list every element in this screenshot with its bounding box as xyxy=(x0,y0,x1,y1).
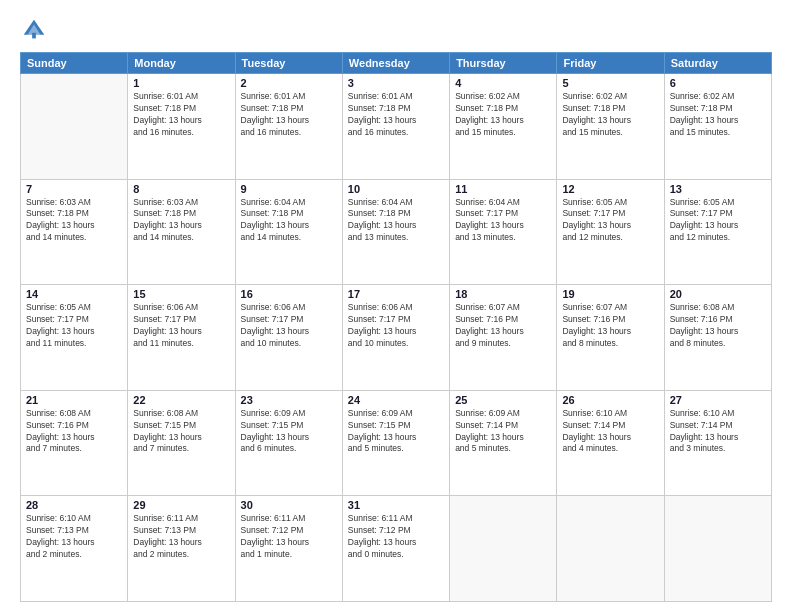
calendar-cell: 31Sunrise: 6:11 AMSunset: 7:12 PMDayligh… xyxy=(342,496,449,602)
calendar-week-row: 21Sunrise: 6:08 AMSunset: 7:16 PMDayligh… xyxy=(21,390,772,496)
day-number: 8 xyxy=(133,183,229,195)
day-info: Sunrise: 6:08 AMSunset: 7:16 PMDaylight:… xyxy=(26,408,122,456)
calendar-cell: 20Sunrise: 6:08 AMSunset: 7:16 PMDayligh… xyxy=(664,285,771,391)
calendar-cell: 26Sunrise: 6:10 AMSunset: 7:14 PMDayligh… xyxy=(557,390,664,496)
calendar-cell: 13Sunrise: 6:05 AMSunset: 7:17 PMDayligh… xyxy=(664,179,771,285)
day-info: Sunrise: 6:11 AMSunset: 7:12 PMDaylight:… xyxy=(241,513,337,561)
day-number: 23 xyxy=(241,394,337,406)
day-number: 15 xyxy=(133,288,229,300)
calendar-cell: 7Sunrise: 6:03 AMSunset: 7:18 PMDaylight… xyxy=(21,179,128,285)
day-number: 18 xyxy=(455,288,551,300)
calendar: SundayMondayTuesdayWednesdayThursdayFrid… xyxy=(20,52,772,602)
calendar-cell xyxy=(21,74,128,180)
calendar-header-row: SundayMondayTuesdayWednesdayThursdayFrid… xyxy=(21,53,772,74)
day-info: Sunrise: 6:02 AMSunset: 7:18 PMDaylight:… xyxy=(562,91,658,139)
calendar-cell: 5Sunrise: 6:02 AMSunset: 7:18 PMDaylight… xyxy=(557,74,664,180)
calendar-cell: 18Sunrise: 6:07 AMSunset: 7:16 PMDayligh… xyxy=(450,285,557,391)
calendar-cell: 2Sunrise: 6:01 AMSunset: 7:18 PMDaylight… xyxy=(235,74,342,180)
calendar-day-header: Saturday xyxy=(664,53,771,74)
logo xyxy=(20,16,52,44)
day-number: 16 xyxy=(241,288,337,300)
day-number: 27 xyxy=(670,394,766,406)
day-number: 4 xyxy=(455,77,551,89)
day-number: 30 xyxy=(241,499,337,511)
calendar-cell: 9Sunrise: 6:04 AMSunset: 7:18 PMDaylight… xyxy=(235,179,342,285)
day-info: Sunrise: 6:11 AMSunset: 7:12 PMDaylight:… xyxy=(348,513,444,561)
day-info: Sunrise: 6:10 AMSunset: 7:13 PMDaylight:… xyxy=(26,513,122,561)
day-number: 26 xyxy=(562,394,658,406)
day-number: 1 xyxy=(133,77,229,89)
day-info: Sunrise: 6:01 AMSunset: 7:18 PMDaylight:… xyxy=(348,91,444,139)
calendar-week-row: 14Sunrise: 6:05 AMSunset: 7:17 PMDayligh… xyxy=(21,285,772,391)
calendar-day-header: Friday xyxy=(557,53,664,74)
calendar-cell: 14Sunrise: 6:05 AMSunset: 7:17 PMDayligh… xyxy=(21,285,128,391)
day-number: 2 xyxy=(241,77,337,89)
day-number: 7 xyxy=(26,183,122,195)
day-info: Sunrise: 6:09 AMSunset: 7:15 PMDaylight:… xyxy=(348,408,444,456)
day-info: Sunrise: 6:05 AMSunset: 7:17 PMDaylight:… xyxy=(26,302,122,350)
header xyxy=(20,16,772,44)
calendar-cell: 28Sunrise: 6:10 AMSunset: 7:13 PMDayligh… xyxy=(21,496,128,602)
calendar-cell: 1Sunrise: 6:01 AMSunset: 7:18 PMDaylight… xyxy=(128,74,235,180)
day-info: Sunrise: 6:06 AMSunset: 7:17 PMDaylight:… xyxy=(241,302,337,350)
calendar-cell: 3Sunrise: 6:01 AMSunset: 7:18 PMDaylight… xyxy=(342,74,449,180)
calendar-cell: 23Sunrise: 6:09 AMSunset: 7:15 PMDayligh… xyxy=(235,390,342,496)
calendar-cell: 8Sunrise: 6:03 AMSunset: 7:18 PMDaylight… xyxy=(128,179,235,285)
day-number: 28 xyxy=(26,499,122,511)
day-info: Sunrise: 6:02 AMSunset: 7:18 PMDaylight:… xyxy=(670,91,766,139)
day-info: Sunrise: 6:01 AMSunset: 7:18 PMDaylight:… xyxy=(241,91,337,139)
calendar-cell: 16Sunrise: 6:06 AMSunset: 7:17 PMDayligh… xyxy=(235,285,342,391)
day-info: Sunrise: 6:05 AMSunset: 7:17 PMDaylight:… xyxy=(670,197,766,245)
calendar-cell: 17Sunrise: 6:06 AMSunset: 7:17 PMDayligh… xyxy=(342,285,449,391)
day-number: 31 xyxy=(348,499,444,511)
calendar-day-header: Monday xyxy=(128,53,235,74)
calendar-cell: 19Sunrise: 6:07 AMSunset: 7:16 PMDayligh… xyxy=(557,285,664,391)
calendar-day-header: Thursday xyxy=(450,53,557,74)
day-number: 9 xyxy=(241,183,337,195)
day-number: 14 xyxy=(26,288,122,300)
day-info: Sunrise: 6:06 AMSunset: 7:17 PMDaylight:… xyxy=(348,302,444,350)
calendar-cell: 11Sunrise: 6:04 AMSunset: 7:17 PMDayligh… xyxy=(450,179,557,285)
day-info: Sunrise: 6:04 AMSunset: 7:17 PMDaylight:… xyxy=(455,197,551,245)
day-number: 6 xyxy=(670,77,766,89)
day-number: 3 xyxy=(348,77,444,89)
day-info: Sunrise: 6:02 AMSunset: 7:18 PMDaylight:… xyxy=(455,91,551,139)
calendar-cell: 24Sunrise: 6:09 AMSunset: 7:15 PMDayligh… xyxy=(342,390,449,496)
logo-icon xyxy=(20,16,48,44)
calendar-cell: 29Sunrise: 6:11 AMSunset: 7:13 PMDayligh… xyxy=(128,496,235,602)
day-number: 5 xyxy=(562,77,658,89)
day-info: Sunrise: 6:03 AMSunset: 7:18 PMDaylight:… xyxy=(26,197,122,245)
calendar-cell: 4Sunrise: 6:02 AMSunset: 7:18 PMDaylight… xyxy=(450,74,557,180)
day-info: Sunrise: 6:09 AMSunset: 7:15 PMDaylight:… xyxy=(241,408,337,456)
day-number: 24 xyxy=(348,394,444,406)
day-number: 20 xyxy=(670,288,766,300)
day-number: 13 xyxy=(670,183,766,195)
calendar-day-header: Tuesday xyxy=(235,53,342,74)
day-info: Sunrise: 6:05 AMSunset: 7:17 PMDaylight:… xyxy=(562,197,658,245)
day-number: 11 xyxy=(455,183,551,195)
day-info: Sunrise: 6:04 AMSunset: 7:18 PMDaylight:… xyxy=(241,197,337,245)
day-number: 21 xyxy=(26,394,122,406)
day-info: Sunrise: 6:10 AMSunset: 7:14 PMDaylight:… xyxy=(670,408,766,456)
svg-rect-2 xyxy=(32,33,36,39)
calendar-cell: 25Sunrise: 6:09 AMSunset: 7:14 PMDayligh… xyxy=(450,390,557,496)
day-info: Sunrise: 6:04 AMSunset: 7:18 PMDaylight:… xyxy=(348,197,444,245)
calendar-cell: 15Sunrise: 6:06 AMSunset: 7:17 PMDayligh… xyxy=(128,285,235,391)
calendar-cell: 21Sunrise: 6:08 AMSunset: 7:16 PMDayligh… xyxy=(21,390,128,496)
day-number: 19 xyxy=(562,288,658,300)
day-number: 17 xyxy=(348,288,444,300)
day-info: Sunrise: 6:06 AMSunset: 7:17 PMDaylight:… xyxy=(133,302,229,350)
day-info: Sunrise: 6:03 AMSunset: 7:18 PMDaylight:… xyxy=(133,197,229,245)
calendar-cell xyxy=(557,496,664,602)
day-info: Sunrise: 6:07 AMSunset: 7:16 PMDaylight:… xyxy=(455,302,551,350)
day-info: Sunrise: 6:09 AMSunset: 7:14 PMDaylight:… xyxy=(455,408,551,456)
calendar-cell: 22Sunrise: 6:08 AMSunset: 7:15 PMDayligh… xyxy=(128,390,235,496)
day-number: 29 xyxy=(133,499,229,511)
day-info: Sunrise: 6:07 AMSunset: 7:16 PMDaylight:… xyxy=(562,302,658,350)
day-info: Sunrise: 6:01 AMSunset: 7:18 PMDaylight:… xyxy=(133,91,229,139)
day-info: Sunrise: 6:10 AMSunset: 7:14 PMDaylight:… xyxy=(562,408,658,456)
day-info: Sunrise: 6:08 AMSunset: 7:15 PMDaylight:… xyxy=(133,408,229,456)
calendar-week-row: 28Sunrise: 6:10 AMSunset: 7:13 PMDayligh… xyxy=(21,496,772,602)
day-number: 25 xyxy=(455,394,551,406)
calendar-day-header: Sunday xyxy=(21,53,128,74)
